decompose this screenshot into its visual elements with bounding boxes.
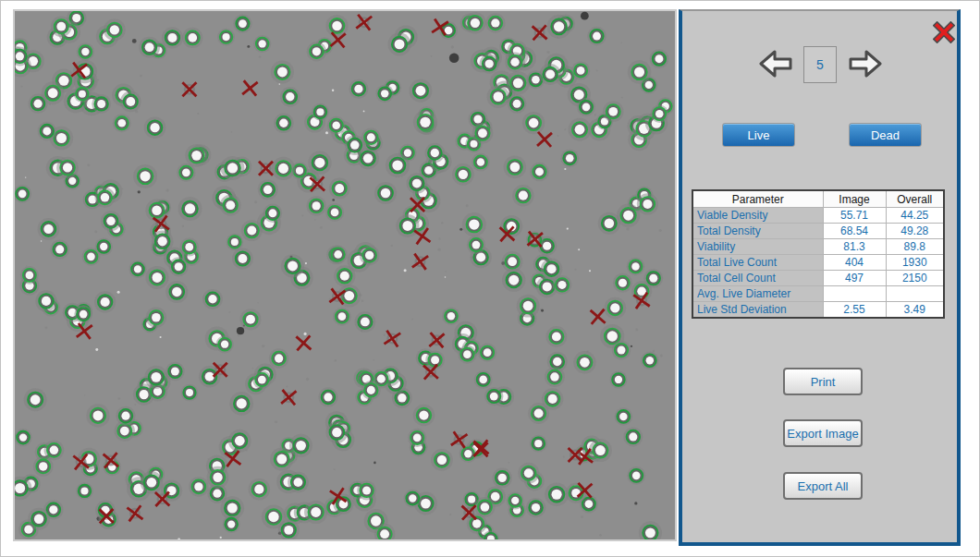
param-cell: Viable Density <box>692 208 823 224</box>
export-all-button[interactable]: Export All <box>783 472 863 500</box>
value-cell: 89.8 <box>886 239 944 255</box>
param-cell: Viability <box>692 239 823 255</box>
table-row: Avg. Live Diameter <box>692 286 944 302</box>
page-number-field[interactable]: 5 <box>803 46 837 83</box>
dead-button[interactable]: Dead <box>849 123 922 147</box>
header-overall: Overall <box>886 190 944 208</box>
param-cell: Live Std Deviation <box>692 302 823 319</box>
value-cell: 497 <box>823 271 886 286</box>
value-cell <box>886 286 944 302</box>
arrow-right-icon[interactable] <box>849 48 882 79</box>
table-row: Viability81.389.8 <box>692 239 944 255</box>
value-cell: 1930 <box>886 255 944 271</box>
param-cell: Total Cell Count <box>692 271 823 286</box>
value-cell: 44.25 <box>886 208 944 224</box>
value-cell: 68.54 <box>823 224 886 239</box>
header-image: Image <box>823 190 886 208</box>
microscopy-svg <box>15 11 675 539</box>
microscopy-image[interactable] <box>13 9 677 541</box>
close-icon[interactable] <box>933 21 955 43</box>
param-cell: Avg. Live Diameter <box>692 286 823 302</box>
statistics-table: Parameter Image Overall Viable Density55… <box>692 189 945 319</box>
print-button[interactable]: Print <box>783 368 863 395</box>
value-cell: 2150 <box>886 271 944 286</box>
arrow-left-icon[interactable] <box>759 48 792 79</box>
live-button[interactable]: Live <box>722 123 795 147</box>
control-panel: 5 Live Dead Parameter Image Overall Viab… <box>679 9 961 546</box>
value-cell: 2.55 <box>823 302 886 319</box>
value-cell: 49.28 <box>886 224 944 239</box>
value-cell: 81.3 <box>823 239 886 255</box>
value-cell: 55.71 <box>823 208 886 224</box>
param-cell: Total Live Count <box>692 255 823 271</box>
table-row: Live Std Deviation2.553.49 <box>692 302 944 319</box>
param-cell: Total Density <box>692 224 823 239</box>
table-row: Viable Density55.7144.25 <box>692 208 944 224</box>
stats-table-body: Viable Density55.7144.25Total Density68.… <box>692 208 944 319</box>
value-cell: 3.49 <box>886 302 944 319</box>
app-window: 5 Live Dead Parameter Image Overall Viab… <box>0 0 980 557</box>
table-row: Total Live Count4041930 <box>692 255 944 271</box>
table-row: Total Cell Count4972150 <box>692 271 944 286</box>
value-cell <box>823 286 886 302</box>
table-row: Total Density68.5449.28 <box>692 224 944 239</box>
value-cell: 404 <box>823 255 886 271</box>
export-image-button[interactable]: Export Image <box>783 419 863 447</box>
table-header-row: Parameter Image Overall <box>692 190 944 208</box>
header-parameter: Parameter <box>692 190 823 208</box>
